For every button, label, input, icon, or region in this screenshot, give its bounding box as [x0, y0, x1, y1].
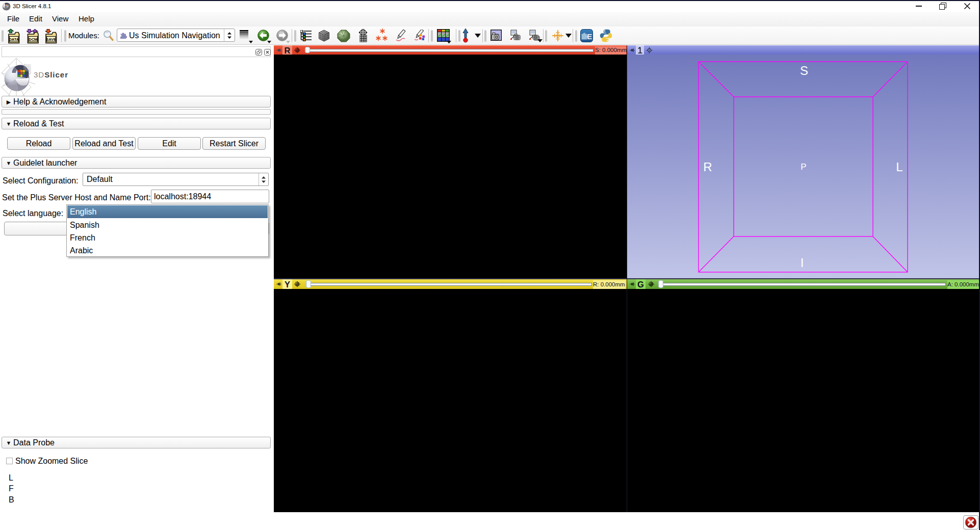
svg-text:S: S	[800, 64, 808, 77]
svg-text:R: R	[703, 160, 712, 174]
svg-text:DATA: DATA	[9, 37, 19, 42]
svg-text:I: I	[801, 256, 804, 270]
svg-text:P: P	[801, 162, 806, 172]
svg-text:SAVE: SAVE	[46, 37, 56, 42]
svg-text:E: E	[587, 32, 592, 41]
svg-text:DCM: DCM	[29, 37, 37, 42]
svg-text:L: L	[896, 160, 902, 174]
